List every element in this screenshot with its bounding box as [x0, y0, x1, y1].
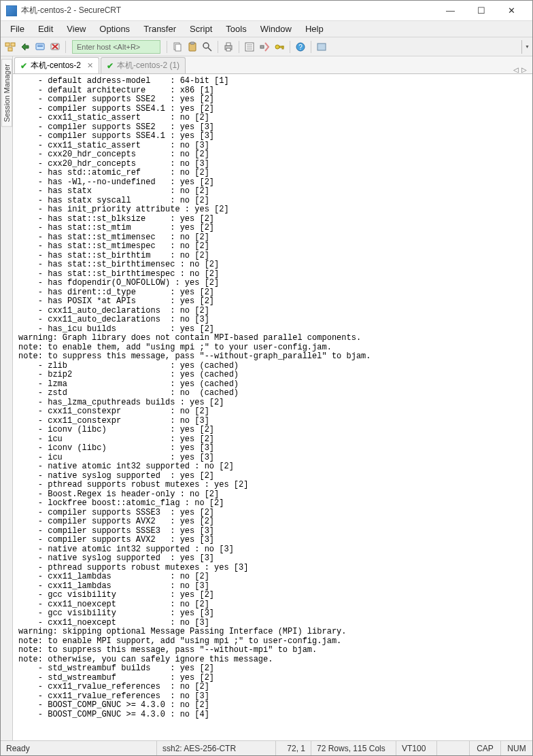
svg-rect-2 [8, 48, 12, 51]
menu-window[interactable]: Window [254, 21, 298, 37]
menu-edit[interactable]: Edit [31, 21, 60, 37]
terminal-line: - cxx11_auto_declarations : no [3] [18, 315, 528, 325]
terminal-line: - cxx11_static_assert : no [3] [18, 141, 528, 151]
svg-point-13 [203, 43, 209, 48]
terminal-line: - BOOST_COMP_GNUC >= 4.3.0 : no [2] [18, 701, 528, 710]
status-cipher: ssh2: AES-256-CTR [157, 741, 276, 755]
menu-help[interactable]: Help [298, 21, 330, 37]
terminal-line: - bzip2 : yes (cached) [18, 371, 528, 380]
help-icon[interactable]: ? [294, 40, 307, 54]
status-num: NUM [501, 741, 532, 755]
status-spacer [437, 741, 470, 755]
print-icon[interactable] [222, 40, 235, 54]
properties-icon[interactable] [243, 40, 256, 54]
connect-icon[interactable] [33, 40, 47, 54]
session-manager-tab[interactable]: Session Manager [1, 59, 12, 127]
terminal-line: - has POSIX *at APIs : yes [2] [18, 297, 528, 307]
toolbar-separator [65, 41, 66, 53]
check-icon: ✔ [107, 61, 114, 71]
menu-options[interactable]: Options [92, 21, 137, 37]
paste-icon[interactable] [186, 40, 199, 54]
toolbar-separator [167, 41, 167, 53]
terminal-line: - zstd : no (cached) [18, 389, 528, 398]
tab-next-icon[interactable]: ▷ [521, 66, 527, 73]
terminal-line: - native atomic int32 supported : no [3] [18, 545, 528, 555]
host-input[interactable]: Enter host <Alt+R> [72, 40, 160, 54]
tab-label: 本机-centos-2 [31, 60, 81, 71]
tab-nav: ◁ ▷ [513, 66, 531, 73]
menu-transfer[interactable]: Transfer [137, 21, 183, 37]
toolbar-overflow-icon[interactable]: ▼ [521, 40, 530, 54]
key-icon[interactable] [273, 40, 286, 54]
maximize-button[interactable]: ☐ [466, 1, 496, 20]
terminal-line: - compiler supports AVX2 : yes [3] [18, 536, 528, 545]
terminal-line: - compiler supports SSE2 : yes [3] [18, 123, 528, 133]
terminal-line: - cxx20_hdr_concepts : no [2] [18, 150, 528, 160]
status-size: 72 Rows, 115 Cols [311, 741, 396, 755]
terminal-line: - pthread supports robust mutexes : yes … [18, 564, 528, 573]
main-area: Session Manager ✔ 本机-centos-2 ✕ ✔ 本机-cen… [1, 56, 532, 740]
menu-file[interactable]: File [3, 21, 31, 37]
terminal-line: - lockfree boost::atomic_flag : no [2] [18, 499, 528, 509]
terminal-line: - cxx11_auto_declarations : no [2] [18, 307, 528, 316]
quick-connect-icon[interactable] [18, 40, 32, 54]
svg-rect-28 [317, 44, 326, 50]
toolbar-separator [218, 41, 218, 53]
close-button[interactable]: ✕ [496, 1, 527, 20]
copy-icon[interactable] [171, 40, 184, 54]
terminal-line: - has std::atomic_ref : no [2] [18, 169, 528, 178]
terminal-line: - has fdopendir(O_NOFOLLOW) : yes [2] [18, 279, 528, 288]
terminal-line: - cxx11_constexpr : no [2] [18, 407, 528, 417]
command-window-icon[interactable] [315, 40, 328, 54]
svg-rect-4 [37, 45, 43, 46]
terminal-line: - compiler supports SSSE3 : yes [2] [18, 509, 528, 518]
terminal-line: - compiler supports SSE4.1 : yes [2] [18, 105, 528, 114]
status-bar: Ready ssh2: AES-256-CTR 72, 1 72 Rows, 1… [1, 740, 532, 755]
terminal-line: - cxx11_lambdas : no [3] [18, 582, 528, 591]
tab-close-icon[interactable]: ✕ [87, 61, 93, 70]
terminal-output[interactable]: - default address-model : 64-bit [1] - d… [13, 74, 532, 740]
terminal-line: - pthread supports robust mutexes : yes … [18, 481, 528, 490]
menu-script[interactable]: Script [183, 21, 219, 37]
terminal-line: - has stat::st_mtim : yes [2] [18, 224, 528, 233]
terminal-line: - zlib : yes (cached) [18, 362, 528, 371]
find-icon[interactable] [201, 40, 214, 54]
options-icon[interactable] [258, 40, 271, 54]
svg-rect-12 [190, 42, 194, 44]
terminal-line: - has stat::st_birthtimensec : no [2] [18, 260, 528, 270]
terminal-line: - has_icu builds : yes [2] [18, 325, 528, 334]
svg-rect-16 [226, 43, 230, 46]
menu-view[interactable]: View [60, 21, 92, 37]
content-area: ✔ 本机-centos-2 ✕ ✔ 本机-centos-2 (1) ◁ ▷ - … [13, 56, 532, 740]
terminal-line: - has -Wl,--no-undefined : yes [2] [18, 178, 528, 188]
terminal-line: - cxx11_rvalue_references : no [2] [18, 683, 528, 692]
minimize-button[interactable]: — [435, 1, 466, 20]
svg-rect-10 [175, 44, 181, 51]
svg-text:?: ? [298, 44, 303, 51]
tab-inactive[interactable]: ✔ 本机-centos-2 (1) [101, 57, 186, 73]
svg-point-23 [275, 45, 279, 49]
terminal-line: - has stat::st_mtimensec : no [2] [18, 233, 528, 243]
terminal-line: note: to enable them, add "using mpi ;" … [18, 343, 528, 353]
tab-prev-icon[interactable]: ◁ [513, 66, 519, 73]
terminal-line: - has_lzma_cputhreads builds : yes [2] [18, 398, 528, 408]
terminal-line: - has dirent::d_type : yes [2] [18, 288, 528, 298]
svg-rect-5 [37, 46, 43, 47]
terminal-line: - cxx11_constexpr : no [3] [18, 417, 528, 426]
terminal-line: - has init_priority attribute : yes [2] [18, 205, 528, 215]
session-manager-icon[interactable] [3, 40, 17, 54]
menu-tools[interactable]: Tools [219, 21, 253, 37]
terminal-line: - default architecture : x86 [1] [18, 86, 528, 96]
terminal-line: - native atomic int32 supported : no [2] [18, 462, 528, 472]
terminal-line: - native syslog supported : yes [2] [18, 472, 528, 481]
terminal-line: note: to suppress this message, pass "--… [18, 646, 528, 655]
tab-active[interactable]: ✔ 本机-centos-2 ✕ [14, 57, 99, 73]
terminal-line: warning: skipping optional Message Passi… [18, 628, 528, 637]
check-icon: ✔ [20, 61, 27, 71]
svg-rect-22 [260, 46, 264, 48]
toolbar-separator [290, 41, 290, 53]
terminal-line: - has stat::st_blksize : yes [2] [18, 215, 528, 224]
terminal-line: - iconv (libc) : yes [2] [18, 426, 528, 435]
disconnect-icon[interactable] [48, 40, 62, 54]
terminal-line: - lzma : yes (cached) [18, 380, 528, 390]
